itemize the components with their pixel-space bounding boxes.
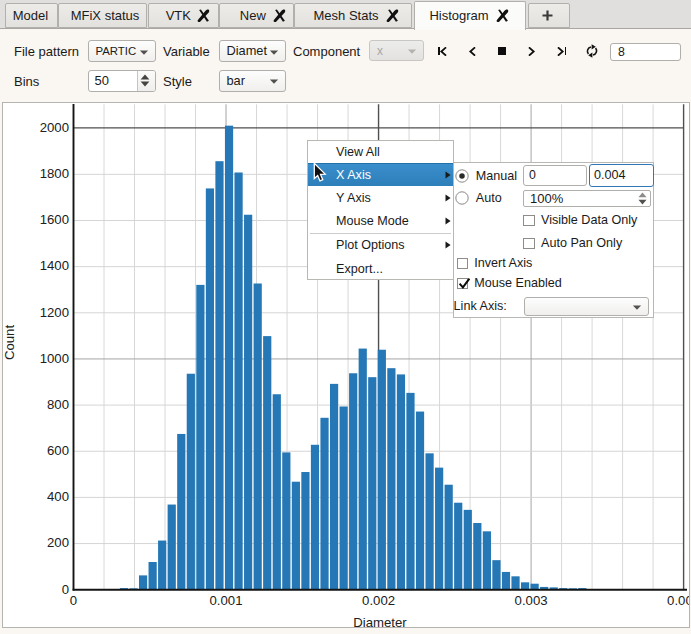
svg-text:0.001: 0.001 bbox=[209, 592, 242, 607]
svg-text:800: 800 bbox=[47, 396, 69, 411]
svg-text:2000: 2000 bbox=[40, 120, 69, 135]
svg-text:0: 0 bbox=[62, 581, 69, 596]
svg-text:Count: Count bbox=[3, 324, 17, 360]
svg-text:600: 600 bbox=[47, 443, 69, 458]
svg-text:0: 0 bbox=[70, 592, 77, 607]
svg-text:1600: 1600 bbox=[40, 212, 69, 227]
svg-text:200: 200 bbox=[47, 535, 69, 550]
svg-text:0.003: 0.003 bbox=[515, 592, 548, 607]
svg-text:Diameter: Diameter bbox=[353, 614, 407, 628]
svg-text:0.004: 0.004 bbox=[667, 592, 689, 607]
svg-text:1800: 1800 bbox=[40, 166, 69, 181]
svg-text:1200: 1200 bbox=[40, 304, 69, 319]
svg-text:400: 400 bbox=[47, 489, 69, 504]
svg-text:1400: 1400 bbox=[40, 258, 69, 273]
svg-text:0.002: 0.002 bbox=[362, 592, 395, 607]
svg-text:1000: 1000 bbox=[40, 350, 69, 365]
